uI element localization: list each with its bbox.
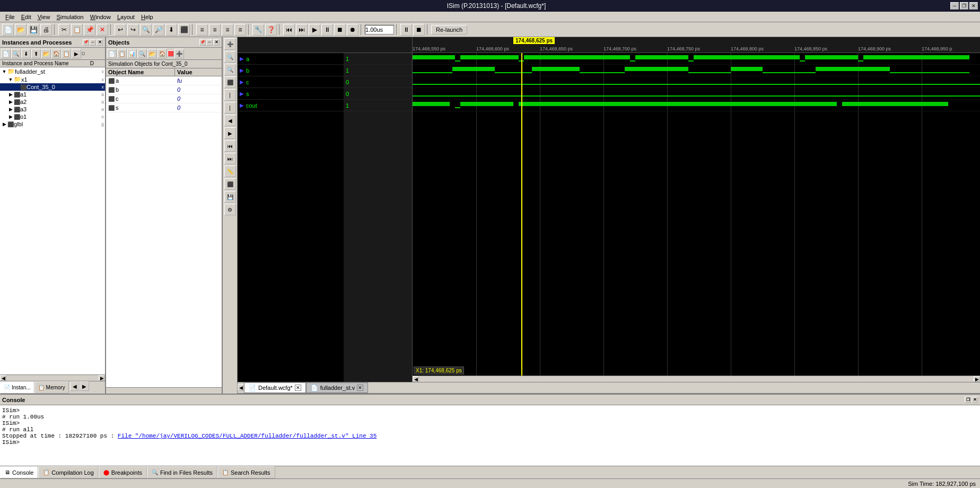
tree-item-x1[interactable]: ▼ 📁 x1 x — [0, 75, 105, 83]
wave-btn2[interactable]: ≡ — [209, 24, 221, 36]
scroll-left[interactable]: ◀ — [0, 375, 6, 381]
redo-button[interactable]: ↪ — [127, 24, 139, 36]
wave-btn3[interactable]: ≡ — [222, 24, 233, 36]
expand-glbl[interactable]: ▶ — [1, 121, 7, 127]
inst-tb-btn8[interactable]: ▶ — [72, 49, 81, 58]
save-button[interactable]: 💾 — [28, 24, 39, 36]
tree-item-a2[interactable]: ▶ ⬛ a2 a — [0, 98, 105, 106]
open-button[interactable]: 📂 — [15, 24, 27, 36]
obj-row-s[interactable]: ⬛ s 0 — [106, 103, 222, 112]
hscroll-right[interactable]: ▶ — [974, 376, 980, 382]
objects-table[interactable]: ⬛ a fu ⬛ b 0 ⬛ c 0 ⬛ — [106, 76, 222, 387]
obj-pin-btn[interactable]: 📌 — [199, 39, 206, 46]
obj-min-btn[interactable]: ─ — [206, 39, 213, 46]
obj-tb1[interactable]: 📄 — [107, 49, 117, 58]
expand-a2[interactable]: ▶ — [7, 99, 14, 105]
restore-button[interactable]: ❐ — [960, 2, 968, 10]
objects-scrollbar[interactable] — [106, 387, 222, 394]
obj-row-b[interactable]: ⬛ b 0 — [106, 85, 222, 94]
console-tab-find[interactable]: 🔍 Find in Files Results — [147, 466, 217, 478]
tree-item-fulladder[interactable]: ▼ 📁 fulladder_st x — [0, 67, 105, 75]
copy-button[interactable]: 📋 — [71, 24, 83, 36]
menu-edit[interactable]: Edit — [18, 13, 34, 21]
find-button[interactable]: 🔍 — [140, 24, 152, 36]
console-close-btn[interactable]: ✕ — [972, 397, 978, 403]
tab-next[interactable]: ▶ — [80, 381, 89, 391]
time-input[interactable] — [365, 25, 394, 34]
wtb-cursor1[interactable]: | — [224, 89, 236, 101]
wrench-button[interactable]: 🔧 — [252, 24, 264, 36]
console-tab-search[interactable]: 📋 Search Results — [217, 466, 275, 478]
stop-btn2[interactable]: ⏹ — [413, 24, 425, 36]
obj-row-a[interactable]: ⬛ a fu — [106, 76, 222, 85]
console-tab-compilation[interactable]: 📋 Compilation Log — [38, 466, 99, 478]
hscroll-track[interactable] — [419, 376, 974, 382]
close-button[interactable]: ✕ — [969, 2, 978, 10]
wtb-settings[interactable]: ⚙ — [224, 204, 236, 215]
instances-scrollbar[interactable]: ◀ ▶ — [0, 374, 105, 381]
inst-tb-btn7[interactable]: 📋 — [62, 49, 71, 58]
wave-btn1[interactable]: ≡ — [196, 24, 208, 36]
paste-button[interactable]: 📌 — [84, 24, 95, 36]
minimize-button[interactable]: ─ — [950, 2, 959, 10]
hscroll-left[interactable]: ◀ — [413, 376, 419, 382]
down-button[interactable]: ⬇ — [165, 24, 177, 36]
wtb-save[interactable]: 💾 — [224, 191, 236, 203]
tab-memory[interactable]: 📋 Memory — [34, 381, 69, 394]
sim-btn3[interactable]: ▶ — [309, 24, 320, 36]
sim-btn5[interactable]: ⏹ — [334, 24, 346, 36]
expand-o1[interactable]: ▶ — [7, 114, 14, 120]
inst-tb-btn4[interactable]: ⬆ — [31, 49, 41, 58]
expand-fulladder[interactable]: ▼ — [1, 68, 7, 75]
menu-window[interactable]: Window — [87, 13, 114, 21]
inst-tb-btn2[interactable]: 🔍 — [11, 49, 21, 58]
inst-tb-btn1[interactable]: 📄 — [1, 49, 11, 58]
stop-button[interactable]: ⬛ — [178, 24, 190, 36]
help-button[interactable]: ❓ — [265, 24, 277, 36]
tab-instances[interactable]: 📄 Instan... — [0, 381, 34, 394]
wtb-go-left[interactable]: ◀ — [224, 115, 236, 126]
inst-tb-btn3[interactable]: ⬇ — [21, 49, 31, 58]
obj-row-c[interactable]: ⬛ c 0 — [106, 94, 222, 103]
wtb-zoom-out[interactable]: 🔍 — [224, 64, 236, 75]
console-file-link[interactable]: File "/home/jay/VERILOG_CODES/FULL_ADDER… — [118, 433, 377, 439]
scroll-right[interactable]: ▶ — [99, 375, 105, 381]
expand-x1[interactable]: ▼ — [7, 76, 14, 83]
cut-button[interactable]: ✂ — [58, 24, 70, 36]
wtb-measure[interactable]: 📏 — [224, 165, 236, 177]
instance-tree[interactable]: ▼ 📁 fulladder_st x ▼ 📁 x1 x ⬛ Cont_35_0 … — [0, 67, 105, 374]
expand-a3[interactable]: ▶ — [7, 106, 14, 112]
sim-btn4[interactable]: ⏸ — [321, 24, 333, 36]
menu-file[interactable]: File — [2, 13, 18, 21]
tree-item-glbl[interactable]: ▶ ⬛ glbl g — [0, 120, 105, 128]
expand-a1[interactable]: ▶ — [7, 91, 14, 98]
wtb-zoom-fit[interactable]: ⬛ — [224, 76, 236, 88]
menu-help[interactable]: Help — [138, 13, 156, 21]
print-button[interactable]: 🖨 — [40, 24, 52, 36]
file-tab-fulladder[interactable]: 📄 fulladder_st.v ✕ — [306, 382, 368, 393]
instances-min-btn[interactable]: ─ — [90, 39, 96, 46]
menu-view[interactable]: View — [34, 13, 54, 21]
wtb-zoom-in[interactable]: 🔍 — [224, 51, 236, 63]
sim-btn6[interactable]: ⏺ — [347, 24, 358, 36]
wtb-marker[interactable]: ⬛ — [224, 178, 236, 190]
console-tab-console[interactable]: 🖥 Console — [0, 466, 38, 478]
inst-tb-btn6[interactable]: 🏠 — [51, 49, 61, 58]
wave-hscroll[interactable]: ◀ ▶ — [413, 376, 980, 382]
console-restore-btn[interactable]: ❐ — [965, 397, 971, 403]
wtb-go-right[interactable]: ▶ — [224, 127, 236, 139]
waveform-display[interactable]: 174,468,625 ps 174,468,550 ps 174,468,60… — [413, 37, 980, 382]
tree-item-a3[interactable]: ▶ ⬛ a3 a — [0, 106, 105, 113]
wtb-step-left[interactable]: ⏮ — [224, 140, 236, 152]
obj-tb3[interactable]: 📊 — [127, 49, 137, 58]
obj-tb4[interactable]: 🔍 — [137, 49, 147, 58]
undo-button[interactable]: ↩ — [115, 24, 126, 36]
file-tab-default[interactable]: 📄 Default.wcfg* ✕ — [244, 382, 306, 393]
sim-btn2[interactable]: ⏭ — [296, 24, 308, 36]
scroll-track[interactable] — [6, 375, 99, 381]
wtb-add[interactable]: ➕ — [224, 38, 236, 50]
new-button[interactable]: 📄 — [2, 24, 14, 36]
instances-pin-btn[interactable]: 📌 — [83, 39, 89, 46]
obj-tb2[interactable]: 📋 — [117, 49, 127, 58]
tree-item-cont35[interactable]: ⬛ Cont_35_0 x — [0, 83, 105, 91]
